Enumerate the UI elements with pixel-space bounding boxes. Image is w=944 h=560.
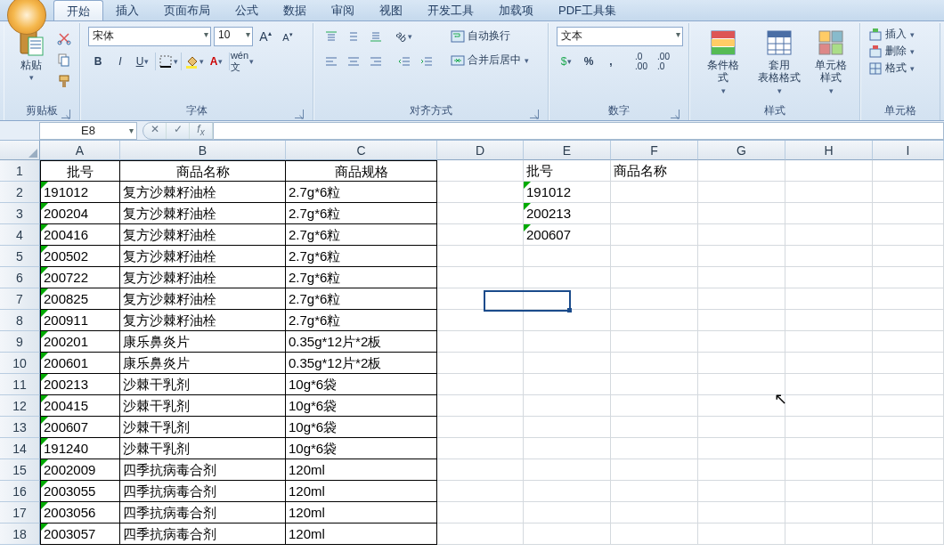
cell[interactable] xyxy=(873,459,944,481)
cell[interactable] xyxy=(698,224,785,246)
dialog-launcher-icon[interactable] xyxy=(671,110,680,118)
row-header[interactable]: 10 xyxy=(0,353,40,374)
font-color-button[interactable]: A▾ xyxy=(207,52,226,71)
border-button[interactable]: ▾ xyxy=(159,52,178,71)
cell[interactable] xyxy=(437,310,524,331)
cell[interactable] xyxy=(611,459,698,481)
cell[interactable]: 120ml xyxy=(286,481,437,502)
cell[interactable]: 复方沙棘籽油栓 xyxy=(120,288,286,310)
worksheet[interactable]: ABCDEFGHI 123456789101112131415161718 批号… xyxy=(0,141,944,560)
cell[interactable]: 10g*6袋 xyxy=(286,417,437,438)
cell[interactable] xyxy=(873,523,944,545)
row-header[interactable]: 18 xyxy=(0,523,40,545)
cell[interactable] xyxy=(611,288,698,310)
cell[interactable] xyxy=(785,353,873,374)
cell[interactable] xyxy=(698,481,785,502)
cell[interactable] xyxy=(611,395,698,417)
phonetic-button[interactable]: wén文▾ xyxy=(232,52,252,71)
cell[interactable]: 200601 xyxy=(40,353,120,374)
cell[interactable]: 沙棘干乳剂 xyxy=(120,417,286,438)
cell[interactable]: 200502 xyxy=(40,246,120,267)
cell[interactable] xyxy=(873,246,944,267)
cell[interactable]: 复方沙棘籽油栓 xyxy=(120,203,286,224)
cell[interactable]: 10g*6袋 xyxy=(286,438,437,459)
cell[interactable] xyxy=(785,310,873,331)
cell[interactable] xyxy=(873,224,944,246)
cell[interactable]: 沙棘干乳剂 xyxy=(120,395,286,417)
cell[interactable] xyxy=(437,502,524,523)
cell[interactable] xyxy=(873,374,944,395)
cell[interactable] xyxy=(437,246,524,267)
underline-button[interactable]: U▾ xyxy=(133,52,152,71)
percent-button[interactable]: % xyxy=(579,52,598,71)
cell[interactable]: 200607 xyxy=(40,417,120,438)
tab-formula[interactable]: 公式 xyxy=(223,0,271,20)
bold-button[interactable]: B xyxy=(88,52,108,71)
cell[interactable] xyxy=(698,160,785,182)
cell[interactable]: 沙棘干乳剂 xyxy=(120,438,286,459)
cell[interactable] xyxy=(611,203,698,224)
cell[interactable]: 200204 xyxy=(40,203,120,224)
align-top-button[interactable] xyxy=(321,27,341,46)
column-header[interactable]: I xyxy=(873,141,944,160)
tab-view[interactable]: 视图 xyxy=(367,0,415,20)
cancel-formula-icon[interactable]: ✕ xyxy=(143,123,167,139)
cell[interactable]: 四季抗病毒合剂 xyxy=(120,459,286,481)
cell[interactable] xyxy=(698,331,785,353)
cell[interactable]: 复方沙棘籽油栓 xyxy=(120,224,286,246)
cell[interactable] xyxy=(785,523,873,545)
cell[interactable] xyxy=(698,502,785,523)
formula-input[interactable] xyxy=(214,122,944,140)
format-cells-button[interactable]: 格式▾ xyxy=(868,61,915,76)
cell[interactable] xyxy=(873,353,944,374)
cell[interactable]: 复方沙棘籽油栓 xyxy=(120,267,286,288)
cell[interactable]: 2002009 xyxy=(40,459,120,481)
cell[interactable] xyxy=(698,395,785,417)
font-size-combo[interactable]: 10 xyxy=(214,27,253,46)
cell[interactable]: 商品名称 xyxy=(120,160,286,182)
cell[interactable] xyxy=(437,438,524,459)
dialog-launcher-icon[interactable] xyxy=(61,110,70,118)
cell[interactable] xyxy=(611,331,698,353)
cell[interactable]: 康乐鼻炎片 xyxy=(120,331,286,353)
merge-center-button[interactable]: 合并后居中▾ xyxy=(445,51,534,69)
cell[interactable] xyxy=(437,353,524,374)
cell[interactable] xyxy=(698,182,785,203)
cell[interactable] xyxy=(785,438,873,459)
row-header[interactable]: 8 xyxy=(0,310,40,331)
tab-dev[interactable]: 开发工具 xyxy=(415,0,486,20)
cell[interactable] xyxy=(873,481,944,502)
cell[interactable] xyxy=(524,502,611,523)
cell[interactable] xyxy=(524,438,611,459)
increase-indent-button[interactable] xyxy=(417,52,436,71)
row-header[interactable]: 13 xyxy=(0,417,40,438)
currency-button[interactable]: $▾ xyxy=(557,52,576,71)
cell[interactable] xyxy=(524,459,611,481)
cell[interactable] xyxy=(785,288,873,310)
copy-button[interactable] xyxy=(54,50,74,69)
cell[interactable] xyxy=(873,310,944,331)
cell[interactable]: 复方沙棘籽油栓 xyxy=(120,310,286,331)
cell[interactable] xyxy=(873,438,944,459)
decrease-indent-button[interactable] xyxy=(395,52,414,71)
row-header[interactable]: 12 xyxy=(0,395,40,417)
cell[interactable]: 四季抗病毒合剂 xyxy=(120,523,286,545)
insert-cells-button[interactable]: 插入▾ xyxy=(868,27,915,42)
row-header[interactable]: 7 xyxy=(0,288,40,310)
cell[interactable]: 200416 xyxy=(40,224,120,246)
cell[interactable] xyxy=(611,502,698,523)
name-box[interactable]: E8 xyxy=(39,122,137,140)
cell[interactable]: 复方沙棘籽油栓 xyxy=(120,246,286,267)
increase-decimal-button[interactable]: .0.00 xyxy=(631,52,651,71)
cell[interactable]: 200415 xyxy=(40,395,120,417)
dialog-launcher-icon[interactable] xyxy=(530,110,539,118)
cell[interactable] xyxy=(698,267,785,288)
cell[interactable]: 191240 xyxy=(40,438,120,459)
row-header[interactable]: 14 xyxy=(0,438,40,459)
cell[interactable]: 2.7g*6粒 xyxy=(286,182,437,203)
align-center-button[interactable] xyxy=(344,52,363,71)
row-header[interactable]: 17 xyxy=(0,502,40,523)
cell[interactable] xyxy=(873,288,944,310)
cell[interactable] xyxy=(611,417,698,438)
cell[interactable] xyxy=(437,224,524,246)
